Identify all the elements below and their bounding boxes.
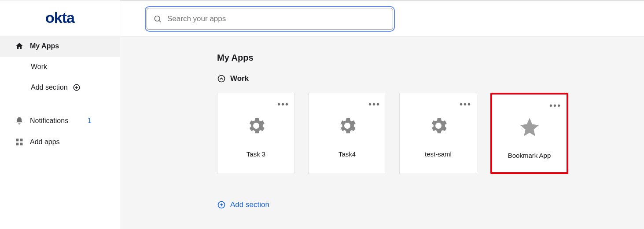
gear-icon: [426, 113, 451, 138]
svg-point-7: [155, 16, 160, 21]
sidebar-item-label: Add apps: [30, 138, 60, 146]
svg-rect-6: [20, 143, 23, 145]
more-icon[interactable]: •••: [460, 99, 471, 109]
content: My Apps Work ••• Task 3 •••: [120, 37, 644, 209]
plus-circle-icon: [72, 83, 81, 92]
more-icon[interactable]: •••: [277, 99, 289, 109]
sidebar-item-label: Add section: [31, 84, 68, 91]
logo-wrap: okta: [0, 0, 120, 36]
app-tile-test-saml[interactable]: ••• test-saml: [399, 93, 477, 174]
svg-point-9: [218, 76, 225, 82]
chevron-up-circle-icon: [217, 74, 226, 83]
search-box[interactable]: [147, 8, 393, 30]
app-tile-bookmark[interactable]: ••• Bookmark App: [490, 93, 568, 174]
add-section-button[interactable]: Add section: [217, 200, 644, 209]
section-label: Work: [230, 74, 249, 83]
app-label: Bookmark App: [508, 152, 551, 159]
more-icon[interactable]: •••: [549, 101, 561, 111]
svg-line-8: [159, 20, 161, 22]
app-tiles: ••• Task 3 ••• Task4 •••: [217, 93, 644, 174]
bell-icon: [15, 116, 24, 125]
app-tile-task3[interactable]: ••• Task 3: [217, 93, 295, 174]
sidebar-add-section[interactable]: Add section: [0, 77, 120, 98]
okta-logo: okta: [45, 9, 74, 26]
home-icon: [15, 42, 24, 51]
sidebar: okta My Apps Work Add section Notificati…: [0, 0, 120, 229]
svg-rect-3: [16, 139, 19, 142]
section-header-work[interactable]: Work: [217, 74, 644, 83]
main-area: My Apps Work ••• Task 3 •••: [120, 0, 644, 229]
sidebar-item-label: My Apps: [30, 42, 59, 50]
more-icon[interactable]: •••: [368, 99, 380, 109]
search-icon: [153, 15, 162, 23]
plus-circle-icon: [217, 200, 226, 209]
sidebar-item-notifications[interactable]: Notifications 1: [0, 110, 120, 131]
page-title: My Apps: [217, 53, 644, 63]
sidebar-item-work[interactable]: Work: [0, 57, 120, 77]
app-label: Task 3: [247, 150, 265, 158]
search-input[interactable]: [167, 15, 386, 23]
app-label: Task4: [339, 150, 356, 158]
sidebar-item-label: Notifications: [30, 117, 68, 125]
sidebar-item-label: Work: [31, 63, 47, 70]
top-bar: [120, 1, 644, 37]
star-icon: [517, 115, 542, 139]
app-tile-task4[interactable]: ••• Task4: [308, 93, 386, 174]
add-section-label: Add section: [230, 200, 269, 209]
grid-plus-icon: [15, 138, 24, 146]
sidebar-item-add-apps[interactable]: Add apps: [0, 131, 120, 153]
sidebar-item-my-apps[interactable]: My Apps: [0, 36, 120, 57]
app-label: test-saml: [425, 150, 452, 158]
svg-rect-5: [16, 143, 19, 145]
svg-rect-4: [20, 139, 23, 142]
gear-icon: [335, 113, 360, 138]
notifications-badge: 1: [88, 117, 109, 125]
gear-icon: [244, 113, 269, 138]
